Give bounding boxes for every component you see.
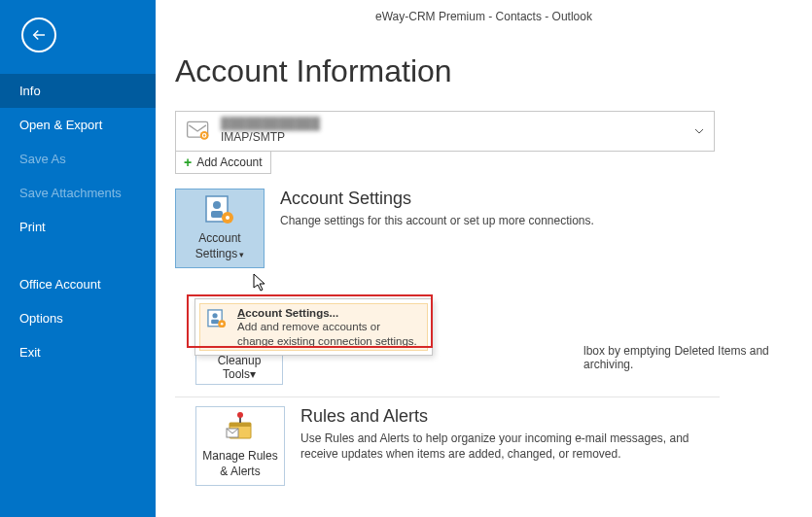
sidebar-item-label: Info bbox=[19, 84, 41, 98]
section-title-account-settings: Account Settings bbox=[280, 189, 594, 209]
chevron-down-icon bbox=[694, 128, 704, 134]
svg-point-2 bbox=[200, 131, 209, 140]
backstage-sidebar: Info Open & Export Save As Save Attachme… bbox=[0, 0, 156, 517]
sidebar-item-label: Office Account bbox=[19, 277, 101, 292]
button-label-line2: Settings▾ bbox=[195, 248, 244, 261]
sidebar-item-label: Save As bbox=[19, 152, 66, 166]
account-settings-icon bbox=[206, 308, 228, 329]
sidebar-item-open-export[interactable]: Open & Export bbox=[0, 108, 156, 142]
account-settings-button[interactable]: Account Settings▾ bbox=[175, 189, 265, 268]
rules-alerts-icon bbox=[224, 411, 257, 444]
account-settings-icon bbox=[203, 193, 236, 226]
sidebar-item-save-as: Save As bbox=[0, 142, 156, 176]
sidebar-item-office-account[interactable]: Office Account bbox=[0, 267, 156, 301]
button-label-line1: Manage Rules bbox=[202, 450, 277, 464]
account-protocol: IMAP/SMTP bbox=[221, 131, 320, 145]
sidebar-item-print[interactable]: Print bbox=[0, 210, 156, 244]
svg-point-4 bbox=[213, 201, 221, 209]
svg-rect-14 bbox=[229, 423, 251, 427]
mailbox-icon bbox=[185, 118, 212, 145]
sidebar-item-info[interactable]: Info bbox=[0, 74, 156, 108]
sidebar-item-exit[interactable]: Exit bbox=[0, 335, 156, 369]
section-divider bbox=[175, 396, 720, 397]
button-label-line1: Account bbox=[198, 232, 240, 246]
button-label-line2: & Alerts bbox=[220, 465, 260, 479]
cleanup-tools-button[interactable]: Cleanup Tools▾ bbox=[195, 352, 283, 385]
sidebar-item-label: Options bbox=[19, 311, 63, 326]
sidebar-item-save-attachments: Save Attachments bbox=[0, 176, 156, 210]
page-title: Account Information bbox=[175, 53, 812, 89]
sidebar-item-options[interactable]: Options bbox=[0, 301, 156, 335]
svg-point-15 bbox=[237, 412, 243, 418]
svg-point-7 bbox=[226, 216, 229, 220]
plus-icon: + bbox=[184, 155, 192, 169]
dropdown-item-desc-line1: Add and remove accounts or bbox=[237, 320, 417, 333]
sidebar-item-label: Print bbox=[19, 220, 46, 234]
svg-point-12 bbox=[221, 323, 224, 326]
dropdown-item-title: Account Settings... bbox=[237, 306, 417, 320]
sidebar-item-label: Save Attachments bbox=[19, 186, 122, 200]
svg-rect-5 bbox=[211, 211, 223, 218]
svg-rect-10 bbox=[211, 320, 219, 325]
dropdown-item-desc-line2: change existing connection settings. bbox=[237, 334, 417, 348]
mailbox-cleanup-desc-fragment: lbox by emptying Deleted Items and archi… bbox=[583, 344, 812, 371]
account-settings-dropdown: Account Settings... Add and remove accou… bbox=[194, 298, 433, 356]
add-account-label: Add Account bbox=[196, 155, 262, 169]
account-email: ████████████ bbox=[221, 118, 320, 131]
window-title: eWay-CRM Premium - Contacts - Outlook bbox=[156, 0, 812, 33]
sidebar-item-label: Open & Export bbox=[19, 118, 102, 132]
sidebar-item-label: Exit bbox=[19, 345, 41, 360]
section-title-rules: Rules and Alerts bbox=[300, 406, 719, 427]
section-desc-rules: Use Rules and Alerts to help organize yo… bbox=[300, 431, 719, 462]
account-selector[interactable]: ████████████ IMAP/SMTP bbox=[175, 111, 715, 152]
add-account-button[interactable]: + Add Account bbox=[175, 151, 271, 174]
arrow-left-icon bbox=[30, 26, 48, 44]
section-desc-account-settings: Change settings for this account or set … bbox=[280, 213, 594, 228]
dropdown-item-account-settings[interactable]: Account Settings... Add and remove accou… bbox=[199, 303, 428, 351]
back-button[interactable] bbox=[21, 17, 56, 52]
svg-point-9 bbox=[212, 313, 217, 318]
button-label-line2: Tools▾ bbox=[223, 368, 256, 381]
manage-rules-button[interactable]: Manage Rules & Alerts bbox=[195, 406, 285, 486]
